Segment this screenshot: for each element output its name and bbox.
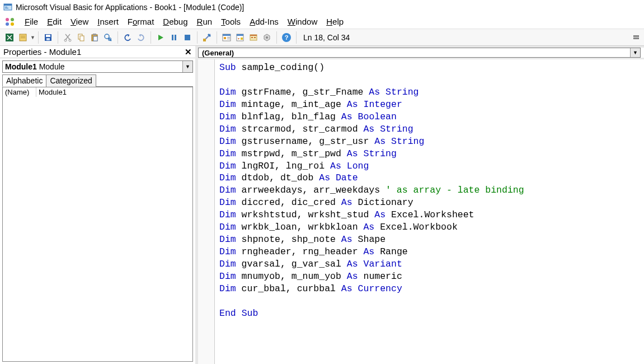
properties-object-combo[interactable]: Module1 Module ▼: [2, 60, 193, 73]
save-button[interactable]: [42, 31, 54, 44]
copy-button[interactable]: [75, 31, 87, 44]
object-combo[interactable]: (General) ▼: [198, 48, 641, 58]
svg-rect-1: [4, 4, 12, 6]
svg-rect-33: [227, 39, 230, 39]
paste-button[interactable]: [88, 31, 101, 44]
svg-point-41: [266, 36, 268, 39]
svg-rect-10: [21, 36, 25, 36]
svg-rect-36: [241, 38, 243, 40]
properties-panel: Properties - Module1 ✕ Module1 Module ▼ …: [0, 46, 198, 364]
svg-rect-14: [46, 38, 50, 40]
design-mode-button[interactable]: [201, 31, 213, 44]
chevron-down-icon[interactable]: ▼: [630, 48, 640, 57]
svg-rect-25: [172, 35, 173, 40]
svg-rect-27: [185, 35, 190, 40]
svg-rect-31: [224, 37, 226, 39]
redo-button[interactable]: [135, 31, 147, 44]
toolbox-button[interactable]: [261, 31, 273, 44]
insert-dropdown[interactable]: ▼: [30, 35, 35, 40]
menu-add-ins[interactable]: Add-Ins: [245, 16, 283, 27]
menu-edit[interactable]: Edit: [43, 16, 66, 27]
undo-button[interactable]: [121, 31, 134, 44]
menu-window[interactable]: Window: [283, 16, 322, 27]
insert-button[interactable]: [17, 31, 29, 44]
svg-rect-20: [93, 34, 96, 35]
property-value-cell[interactable]: Module1: [36, 87, 192, 97]
tab-alphabetic[interactable]: Alphabetic: [2, 74, 46, 87]
svg-point-7: [11, 22, 14, 26]
menu-view[interactable]: View: [66, 16, 93, 27]
menu-format[interactable]: Format: [123, 16, 159, 27]
tab-categorized[interactable]: Categorized: [46, 74, 96, 87]
svg-rect-40: [254, 37, 256, 38]
menu-file[interactable]: File: [20, 16, 43, 27]
reset-button[interactable]: [181, 31, 194, 44]
svg-point-4: [6, 18, 9, 21]
menu-help[interactable]: Help: [322, 16, 348, 27]
object-browser-button[interactable]: [247, 31, 260, 44]
cursor-position-status: Ln 18, Col 34: [303, 33, 350, 42]
code-margin: [198, 59, 215, 364]
svg-rect-38: [250, 35, 257, 36]
properties-close-button[interactable]: ✕: [184, 48, 193, 56]
svg-point-5: [11, 18, 14, 21]
svg-rect-30: [223, 34, 231, 36]
property-row[interactable]: (Name) Module1: [3, 87, 192, 97]
cut-button[interactable]: [62, 31, 74, 44]
properties-grid[interactable]: (Name) Module1: [2, 87, 193, 362]
menu-tools[interactable]: Tools: [217, 16, 245, 27]
svg-rect-18: [80, 36, 84, 41]
svg-rect-35: [237, 34, 243, 36]
menu-run[interactable]: Run: [192, 16, 217, 27]
property-name-cell: (Name): [3, 87, 36, 97]
vba-app-icon: [3, 3, 12, 12]
break-button[interactable]: [168, 31, 180, 44]
project-explorer-button[interactable]: [220, 31, 233, 44]
properties-window-button[interactable]: [234, 31, 246, 44]
combo-dropdown-icon[interactable]: ▼: [182, 61, 192, 72]
help-button[interactable]: ?: [280, 31, 293, 44]
toolbar: ▼ ? Ln 18, Col 34: [0, 29, 644, 46]
svg-rect-39: [251, 37, 253, 38]
svg-rect-3: [5, 8, 8, 8]
svg-rect-13: [46, 35, 50, 37]
svg-rect-32: [227, 37, 230, 38]
svg-rect-21: [93, 36, 97, 41]
menu-items: FileEditViewInsertFormatDebugRunToolsAdd…: [20, 16, 348, 27]
menubar: FileEditViewInsertFormatDebugRunToolsAdd…: [0, 15, 644, 29]
titlebar: Microsoft Visual Basic for Applications …: [0, 0, 644, 15]
svg-rect-26: [175, 35, 176, 40]
svg-rect-2: [5, 7, 7, 7]
svg-point-22: [105, 34, 109, 39]
menu-debug[interactable]: Debug: [158, 16, 192, 27]
properties-title: Properties - Module1: [3, 47, 81, 57]
window-title: Microsoft Visual Basic for Applications …: [16, 3, 244, 12]
find-button[interactable]: [102, 31, 114, 44]
svg-text:?: ?: [285, 34, 289, 41]
code-editor[interactable]: Sub sample_coding() Dim gstrFname, g_str…: [215, 59, 644, 364]
svg-rect-11: [21, 38, 25, 38]
menu-insert[interactable]: Insert: [93, 16, 123, 27]
toolbar-handle[interactable]: [632, 30, 641, 45]
run-button[interactable]: [154, 31, 167, 44]
switch-icon[interactable]: [4, 16, 16, 27]
view-excel-button[interactable]: [3, 31, 16, 44]
svg-point-6: [6, 22, 9, 26]
code-panel: (General) ▼ Sub sample_coding() Dim gstr…: [198, 46, 644, 364]
svg-rect-28: [203, 39, 206, 41]
